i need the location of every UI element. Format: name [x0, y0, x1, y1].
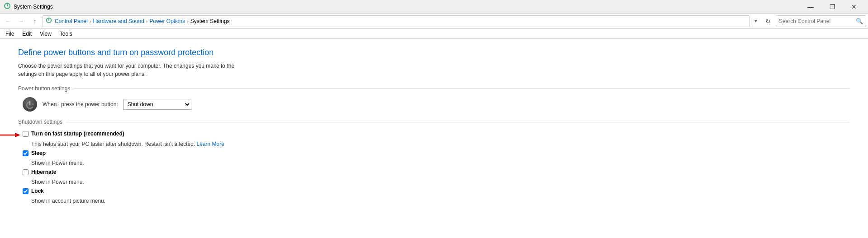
menu-bar: File Edit View Tools [0, 29, 868, 39]
shutdown-settings-label: Shutdown settings [18, 119, 62, 125]
window-icon [4, 2, 11, 11]
fast-startup-label[interactable]: Turn on fast startup (recommended) [31, 131, 124, 137]
power-button-row: When I press the power button: Shut down… [18, 97, 850, 112]
window-title: System Settings [14, 4, 53, 10]
lock-label[interactable]: Lock [31, 188, 44, 194]
window-icon-small [46, 17, 52, 25]
lock-row: Lock [23, 188, 850, 194]
page-description: Choose the power settings that you want … [18, 62, 240, 78]
title-bar: System Settings — ❐ ✕ [0, 0, 868, 14]
menu-file[interactable]: File [2, 30, 18, 38]
close-button[interactable]: ✕ [844, 0, 864, 14]
sleep-row: Sleep [23, 150, 850, 156]
up-button[interactable]: ↑ [29, 15, 41, 27]
sleep-sub: Show in Power menu. [31, 160, 850, 166]
lock-checkbox[interactable] [23, 188, 28, 194]
lock-sub: Show in account picture menu. [31, 198, 850, 204]
lock-section: Lock Show in account picture menu. [23, 188, 850, 204]
sleep-section: Sleep Show in Power menu. [23, 150, 850, 166]
hibernate-sub: Show in Power menu. [31, 179, 850, 185]
divider-line-1 [74, 89, 850, 89]
search-box: 🔍 [776, 15, 866, 27]
learn-more-link[interactable]: Learn More [197, 141, 224, 147]
breadcrumb-sep-1: › [90, 19, 91, 24]
page-heading: Define power buttons and turn on passwor… [18, 48, 850, 57]
shutdown-dropdown[interactable]: Shut down Do nothing Sleep Hibernate Tur… [123, 99, 191, 110]
hibernate-checkbox[interactable] [23, 169, 28, 175]
refresh-button[interactable]: ↻ [762, 15, 774, 27]
power-button-settings-label: Power button settings [18, 85, 70, 92]
power-icon [23, 97, 37, 112]
hibernate-label[interactable]: Hibernate [31, 169, 56, 175]
main-content: Define power buttons and turn on passwor… [0, 39, 868, 238]
fast-startup-checkbox[interactable] [23, 131, 28, 137]
breadcrumb-control-panel[interactable]: Control Panel [55, 18, 88, 24]
fast-startup-section: Turn on fast startup (recommended) This … [23, 131, 850, 147]
restore-button[interactable]: ❐ [822, 0, 843, 14]
sleep-label[interactable]: Sleep [31, 150, 46, 156]
menu-edit[interactable]: Edit [19, 30, 35, 38]
search-icon-button[interactable]: 🔍 [856, 18, 863, 24]
breadcrumb-power-options[interactable]: Power Options [149, 18, 185, 24]
breadcrumb-sep-2: › [146, 19, 148, 24]
address-bar: ← → ↑ Control Panel › Hardware and Sound… [0, 14, 868, 29]
power-button-label: When I press the power button: [43, 101, 118, 107]
menu-tools[interactable]: Tools [56, 30, 76, 38]
divider-line-2 [66, 122, 850, 122]
power-button-section-header: Power button settings [18, 85, 850, 92]
minimize-button[interactable]: — [800, 0, 821, 14]
shutdown-settings-section-header: Shutdown settings [18, 119, 850, 125]
forward-button[interactable]: → [15, 15, 27, 27]
breadcrumb-current: System Settings [190, 18, 230, 24]
fast-startup-sub: This helps start your PC faster after sh… [31, 141, 850, 147]
back-button[interactable]: ← [2, 15, 14, 27]
fast-startup-row: Turn on fast startup (recommended) [23, 131, 850, 137]
svg-marker-7 [15, 133, 20, 137]
menu-view[interactable]: View [36, 30, 55, 38]
breadcrumb-sep-3: › [187, 19, 189, 24]
hibernate-section: Hibernate Show in Power menu. [23, 169, 850, 185]
search-input[interactable] [779, 18, 854, 24]
hibernate-row: Hibernate [23, 169, 850, 175]
breadcrumb-bar: Control Panel › Hardware and Sound › Pow… [43, 15, 749, 27]
title-bar-controls: — ❐ ✕ [800, 0, 864, 14]
breadcrumb-hardware-sound[interactable]: Hardware and Sound [93, 18, 144, 24]
title-bar-left: System Settings [4, 2, 53, 11]
sleep-checkbox[interactable] [23, 150, 28, 156]
shutdown-settings: Turn on fast startup (recommended) This … [18, 131, 850, 204]
arrow-annotation [0, 131, 20, 140]
breadcrumb-dropdown-button[interactable]: ▼ [751, 15, 760, 27]
